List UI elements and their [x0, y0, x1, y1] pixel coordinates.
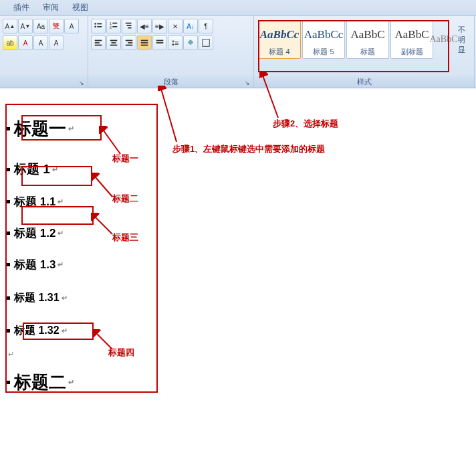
group-styles: AaBbCc 标题 4 AaBbCc 标题 5 AaBbC 标题 AaBbC 副… — [254, 16, 475, 88]
svg-rect-24 — [156, 42, 164, 43]
change-case-icon[interactable]: Aa — [33, 19, 48, 33]
svg-rect-21 — [141, 42, 148, 43]
anno-label: 标题三 — [112, 232, 138, 244]
borders-icon[interactable] — [199, 35, 213, 50]
svg-line-28 — [103, 130, 120, 154]
indent-right-icon[interactable]: ≡▶ — [152, 19, 167, 33]
style-name: 副标题 — [401, 47, 423, 57]
style-preview: AaBbC — [351, 23, 385, 47]
svg-rect-25 — [203, 39, 210, 47]
asian-layout-icon[interactable]: ✕ — [168, 19, 183, 33]
phonetic-icon[interactable]: 雙 — [49, 19, 64, 33]
heading-4[interactable]: 标题 1.31 — [14, 291, 60, 305]
style-name: 标题 5 — [313, 47, 334, 57]
svg-line-26 — [263, 76, 278, 118]
shading-icon[interactable] — [183, 35, 198, 50]
show-marks-icon[interactable]: ¶ — [199, 19, 213, 33]
launcher-icon[interactable]: ↘ — [77, 77, 86, 86]
style-preview: AaBbC — [430, 27, 458, 52]
style-name: 不明显 — [458, 25, 465, 55]
sort-icon[interactable]: A↓ — [183, 19, 198, 33]
style-subtitle[interactable]: AaBbC 副标题 — [390, 20, 433, 59]
svg-line-27 — [161, 89, 176, 142]
anno-step2: 步骤2、选择标题 — [273, 118, 338, 130]
tab-addin[interactable]: 插件 — [13, 2, 29, 13]
style-preview: AaBbCc — [304, 23, 344, 47]
svg-rect-7 — [112, 26, 117, 27]
distribute-icon[interactable] — [152, 35, 167, 50]
tab-review[interactable]: 审阅 — [43, 2, 59, 13]
grow-font-icon[interactable]: A▲ — [3, 19, 17, 33]
svg-rect-10 — [128, 27, 131, 29]
heading-3[interactable]: 标题 1.3 — [14, 257, 55, 272]
style-name: 标题 4 — [269, 47, 289, 57]
enclose-icon[interactable]: A — [49, 35, 64, 50]
svg-rect-3 — [97, 26, 102, 27]
arrow-icon — [91, 213, 115, 237]
anno-label: 标题一 — [112, 153, 138, 165]
heading-2[interactable]: 标题 1 — [14, 161, 50, 178]
char-shading-icon[interactable]: A — [33, 35, 48, 50]
style-preview: AaBbCc — [260, 23, 300, 47]
svg-rect-11 — [95, 40, 102, 41]
anno-step1: 步骤1、左键鼠标键选中需要添加的标题 — [172, 143, 325, 155]
svg-line-29 — [95, 177, 112, 197]
heading-3[interactable]: 标题 1.2 — [14, 225, 55, 241]
style-subtle[interactable]: AaBbC 不明显 — [435, 20, 460, 59]
heading-4[interactable]: 标题 1.32 — [14, 324, 60, 338]
style-title[interactable]: AaBbC 标题 — [346, 20, 389, 59]
group-paragraph: 12 ◀≡ ≡▶ ✕ A↓ ¶ ‡≡ 段落 ↘ — [88, 16, 254, 88]
tab-view[interactable]: 视图 — [72, 2, 88, 13]
svg-text:2: 2 — [110, 25, 112, 29]
svg-rect-16 — [110, 45, 118, 46]
svg-rect-12 — [95, 42, 100, 43]
heading-1[interactable]: 标题二 — [14, 371, 66, 394]
svg-rect-1 — [97, 23, 102, 25]
group-styles-label: 样式 — [254, 76, 474, 88]
heading-3[interactable]: 标题 1.1 — [14, 194, 55, 209]
svg-rect-5 — [112, 23, 117, 24]
heading-1[interactable]: 标题一 — [14, 117, 66, 141]
font-color-icon[interactable]: A — [18, 35, 33, 50]
ribbon-tabs: 插件 审阅 视图 — [0, 0, 476, 16]
svg-rect-17 — [126, 40, 133, 41]
bullets-icon[interactable] — [91, 19, 106, 33]
numbering-icon[interactable]: 12 — [106, 19, 121, 33]
shrink-font-icon[interactable]: A▼ — [18, 19, 33, 33]
indent-left-icon[interactable]: ◀≡ — [137, 19, 152, 33]
svg-rect-13 — [95, 45, 102, 46]
arrow-icon — [91, 173, 115, 199]
ribbon: A▲ A▼ Aa 雙 A ab A A A ↘ 12 ◀≡ — [0, 16, 476, 88]
highlight-icon[interactable]: ab — [3, 35, 17, 50]
group-font: A▲ A▼ Aa 雙 A ab A A A ↘ — [0, 16, 88, 88]
anno-label: 标题四 — [108, 347, 134, 359]
svg-point-0 — [94, 23, 96, 25]
align-left-icon[interactable] — [91, 35, 106, 50]
svg-rect-19 — [126, 45, 133, 46]
char-border-icon[interactable]: A — [64, 19, 79, 33]
svg-rect-20 — [141, 40, 148, 41]
group-font-label: ↘ — [0, 76, 88, 88]
svg-rect-22 — [141, 45, 148, 46]
align-right-icon[interactable] — [122, 35, 136, 50]
align-center-icon[interactable] — [106, 35, 121, 50]
style-heading5[interactable]: AaBbCc 标题 5 — [302, 20, 345, 59]
style-heading4[interactable]: AaBbCc 标题 4 — [258, 20, 301, 59]
arrow-icon — [259, 72, 286, 119]
svg-rect-23 — [156, 40, 164, 41]
svg-rect-14 — [110, 40, 118, 41]
svg-rect-8 — [126, 23, 132, 24]
launcher-icon[interactable]: ↘ — [243, 77, 252, 86]
style-name: 标题 — [360, 47, 375, 57]
svg-rect-18 — [128, 42, 132, 43]
svg-rect-15 — [112, 42, 116, 43]
arrow-icon — [158, 86, 185, 145]
justify-icon[interactable] — [137, 35, 152, 50]
svg-rect-9 — [127, 25, 132, 26]
anno-label: 标题二 — [112, 193, 138, 205]
multilevel-icon[interactable] — [122, 19, 136, 33]
svg-line-30 — [95, 217, 112, 234]
svg-point-2 — [94, 26, 96, 28]
style-preview: AaBbC — [395, 23, 429, 47]
line-spacing-icon[interactable]: ‡≡ — [168, 35, 183, 50]
